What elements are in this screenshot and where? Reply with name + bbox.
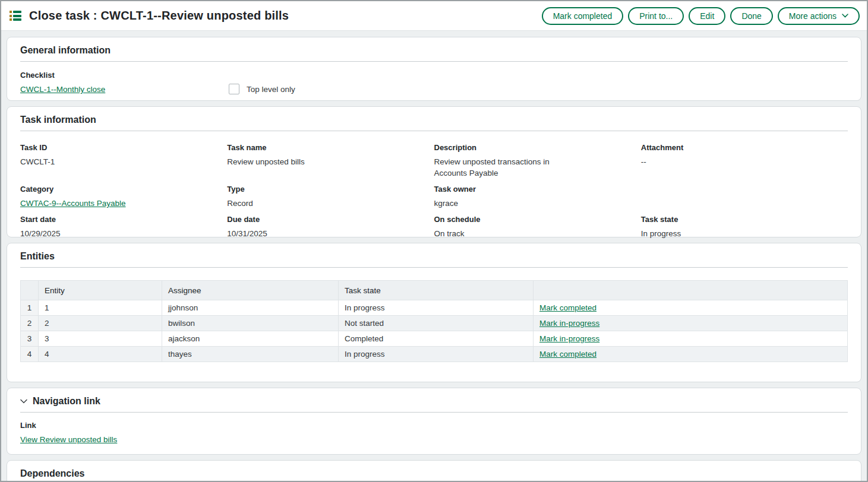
entities-card: Entities Entity Assignee Task state xyxy=(7,243,861,382)
top-level-only-label: Top level only xyxy=(247,85,295,94)
on-schedule-value: On track xyxy=(434,228,641,239)
chevron-down-icon xyxy=(842,14,848,18)
task-owner-label: Task owner xyxy=(434,185,641,194)
general-information-heading: General information xyxy=(20,45,848,62)
entity-cell: 3 xyxy=(39,331,162,347)
col-header-rownum xyxy=(21,281,39,300)
type-label: Type xyxy=(227,185,434,194)
assignee-cell: thayes xyxy=(162,347,339,362)
assignee-cell: ajackson xyxy=(162,331,339,347)
row-number: 4 xyxy=(21,347,39,362)
attachment-field: Attachment -- xyxy=(641,143,848,179)
table-row: 2 2 bwilson Not started Mark in-progress xyxy=(21,316,848,331)
col-header-task-state: Task state xyxy=(339,281,534,300)
page-header: Close task : CWCLT-1--Review unposted bi… xyxy=(1,1,867,31)
task-state-field: Task state In progress xyxy=(641,215,848,239)
done-button[interactable]: Done xyxy=(730,7,772,25)
assignee-cell: bwilson xyxy=(162,316,339,331)
mark-completed-label: Mark completed xyxy=(553,11,613,21)
task-name-field: Task name Review unposted bills xyxy=(227,143,434,179)
entities-heading: Entities xyxy=(20,251,848,268)
view-task-link[interactable]: View Review unposted bills xyxy=(20,435,117,444)
type-field: Type Record xyxy=(227,185,434,209)
description-label: Description xyxy=(434,143,641,153)
category-label: Category xyxy=(20,185,227,194)
on-schedule-field: On schedule On track xyxy=(434,215,641,239)
chevron-down-icon[interactable] xyxy=(20,399,27,404)
row-number: 2 xyxy=(21,316,39,331)
row-action-link[interactable]: Mark completed xyxy=(539,350,596,359)
edit-button[interactable]: Edit xyxy=(689,7,725,25)
navigation-link-card: Navigation link Link View Review unposte… xyxy=(7,388,861,455)
more-actions-button[interactable]: More actions xyxy=(778,7,860,25)
entity-cell: 1 xyxy=(39,300,162,316)
task-state-cell: In progress xyxy=(339,347,534,362)
link-label: Link xyxy=(20,421,848,430)
task-owner-value: kgrace xyxy=(434,198,641,209)
entities-header-row: Entity Assignee Task state xyxy=(21,281,848,300)
due-date-value: 10/31/2025 xyxy=(227,228,434,239)
entities-table: Entity Assignee Task state 1 1 jjohnson … xyxy=(20,280,848,362)
row-action-link[interactable]: Mark completed xyxy=(539,303,596,312)
checklist-link[interactable]: CWCL-1--Monthly close xyxy=(20,85,105,94)
top-level-only-checkbox[interactable]: Top level only xyxy=(229,84,295,94)
mark-completed-button[interactable]: Mark completed xyxy=(542,7,624,25)
task-state-label: Task state xyxy=(641,215,848,224)
attachment-label: Attachment xyxy=(641,143,848,153)
done-label: Done xyxy=(741,11,761,21)
print-to-button[interactable]: Print to... xyxy=(628,7,684,25)
general-information-card: General information Checklist CWCL-1--Mo… xyxy=(7,37,861,101)
print-to-label: Print to... xyxy=(639,11,673,21)
due-date-label: Due date xyxy=(227,215,434,224)
assignee-cell: jjohnson xyxy=(162,300,339,316)
on-schedule-label: On schedule xyxy=(434,215,641,224)
task-state-cell: Completed xyxy=(339,331,534,347)
type-value: Record xyxy=(227,198,434,209)
row-number: 3 xyxy=(21,331,39,347)
more-actions-label: More actions xyxy=(789,11,837,21)
col-header-entity: Entity xyxy=(39,281,162,300)
task-owner-field: Task owner kgrace xyxy=(434,185,641,209)
category-field: Category CWTAC-9--Accounts Payable xyxy=(20,185,227,209)
task-state-value: In progress xyxy=(641,228,848,239)
col-header-action xyxy=(534,281,848,300)
task-id-field: Task ID CWCLT-1 xyxy=(20,143,227,179)
start-date-value: 10/29/2025 xyxy=(20,228,227,239)
table-row: 3 3 ajackson Completed Mark in-progress xyxy=(21,331,848,347)
start-date-label: Start date xyxy=(20,215,227,224)
task-information-card: Task information Task ID CWCLT-1 Task na… xyxy=(7,106,861,237)
entity-cell: 2 xyxy=(39,316,162,331)
table-row: 4 4 thayes In progress Mark completed xyxy=(21,347,848,362)
task-state-cell: Not started xyxy=(339,316,534,331)
page-title: Close task : CWCLT-1--Review unposted bi… xyxy=(29,9,289,23)
category-link[interactable]: CWTAC-9--Accounts Payable xyxy=(20,199,126,208)
entity-cell: 4 xyxy=(39,347,162,362)
header-actions: Mark completed Print to... Edit Done Mor… xyxy=(542,7,860,25)
task-information-heading: Task information xyxy=(20,115,848,131)
task-name-value: Review unposted bills xyxy=(227,156,434,167)
col-header-assignee: Assignee xyxy=(162,281,339,300)
checklist-icon xyxy=(10,11,21,21)
empty-field xyxy=(641,185,848,209)
row-number: 1 xyxy=(21,300,39,316)
navigation-link-heading[interactable]: Navigation link xyxy=(20,396,848,413)
dependencies-card: Dependencies xyxy=(7,460,861,481)
row-action-link[interactable]: Mark in-progress xyxy=(539,319,599,328)
table-row: 1 1 jjohnson In progress Mark completed xyxy=(21,300,848,316)
checkbox-box-icon xyxy=(229,84,239,94)
task-state-cell: In progress xyxy=(339,300,534,316)
description-value: Review unposted transactions in Accounts… xyxy=(434,156,572,179)
page-content: General information Checklist CWCL-1--Mo… xyxy=(1,31,867,481)
task-name-label: Task name xyxy=(227,143,434,153)
start-date-field: Start date 10/29/2025 xyxy=(20,215,227,239)
task-id-label: Task ID xyxy=(20,143,227,153)
row-action-link[interactable]: Mark in-progress xyxy=(539,334,599,343)
attachment-value: -- xyxy=(641,156,848,167)
checklist-label: Checklist xyxy=(20,71,229,80)
dependencies-heading: Dependencies xyxy=(20,468,848,481)
navigation-link-heading-label: Navigation link xyxy=(33,396,100,407)
description-field: Description Review unposted transactions… xyxy=(434,143,641,179)
edit-label: Edit xyxy=(700,11,714,21)
task-id-value: CWCLT-1 xyxy=(20,156,227,167)
due-date-field: Due date 10/31/2025 xyxy=(227,215,434,239)
